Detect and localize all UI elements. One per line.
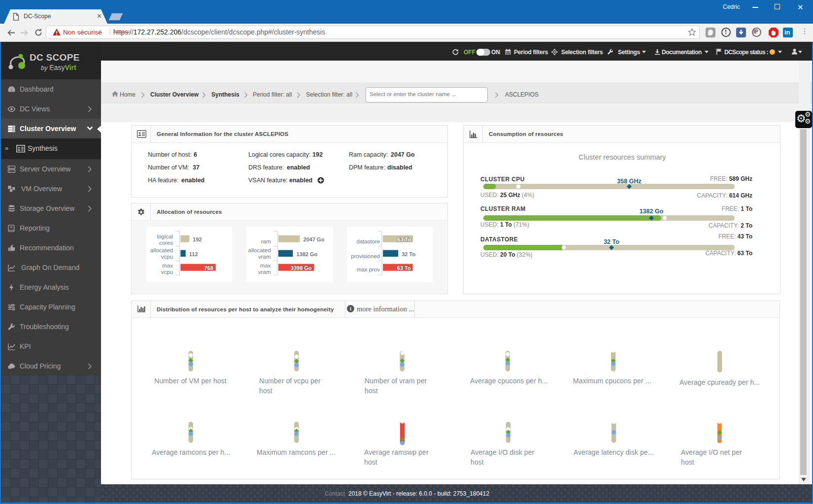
svg-text:CAPACITY: 614 GHz: CAPACITY: 614 GHz	[697, 192, 753, 199]
svg-text:32 To: 32 To	[604, 238, 619, 245]
svg-text:1382 Go: 1382 Go	[296, 251, 317, 257]
svg-text:ram: ram	[261, 238, 271, 244]
svg-text:CAPACITY: 63 To: CAPACITY: 63 To	[705, 250, 752, 257]
svg-text:datastore: datastore	[356, 238, 380, 244]
svg-text:vram: vram	[258, 269, 271, 275]
svg-text:max: max	[260, 263, 271, 269]
svg-text:FREE: 1 To: FREE: 1 To	[722, 205, 752, 212]
svg-text:32 To: 32 To	[402, 251, 415, 257]
svg-text:logical: logical	[157, 234, 173, 239]
svg-text:allocated: allocated	[150, 247, 173, 253]
svg-text:FREE: 43 To: FREE: 43 To	[718, 233, 752, 240]
svg-text:CAPACITY: 2 To: CAPACITY: 2 To	[709, 222, 752, 229]
svg-text:63 To: 63 To	[397, 265, 411, 271]
svg-text:vcpu: vcpu	[161, 254, 173, 260]
svg-text:CLUSTER CPU: CLUSTER CPU	[480, 176, 525, 183]
svg-text:DATASTORE: DATASTORE	[480, 236, 518, 243]
svg-text:192: 192	[193, 236, 202, 242]
svg-text:2047 Go: 2047 Go	[304, 236, 325, 242]
svg-text:FREE: 589 GHz: FREE: 589 GHz	[710, 175, 752, 182]
svg-text:USED: 20 To (32%): USED: 20 To (32%)	[480, 251, 533, 258]
svg-text:CLUSTER RAM: CLUSTER RAM	[480, 205, 526, 212]
svg-text:allocated: allocated	[248, 247, 271, 253]
svg-text:vram: vram	[258, 254, 271, 260]
svg-text:cores: cores	[159, 240, 173, 246]
svg-text:max: max	[162, 263, 173, 269]
svg-text:vcpu: vcpu	[161, 269, 173, 275]
svg-text:3398 Go: 3398 Go	[291, 265, 312, 271]
svg-text:max prov: max prov	[357, 267, 380, 272]
svg-text:provisioned: provisioned	[351, 253, 380, 259]
svg-text:358 GHz: 358 GHz	[617, 178, 641, 185]
svg-text:112: 112	[189, 251, 198, 257]
svg-text:1382 Go: 1382 Go	[640, 208, 664, 215]
svg-text:63 To: 63 To	[397, 236, 411, 242]
svg-text:USED: 1 To (71%): USED: 1 To (71%)	[480, 221, 529, 228]
svg-text:USED: 25 GHz (4%): USED: 25 GHz (4%)	[480, 192, 534, 199]
svg-text:768: 768	[204, 265, 213, 271]
